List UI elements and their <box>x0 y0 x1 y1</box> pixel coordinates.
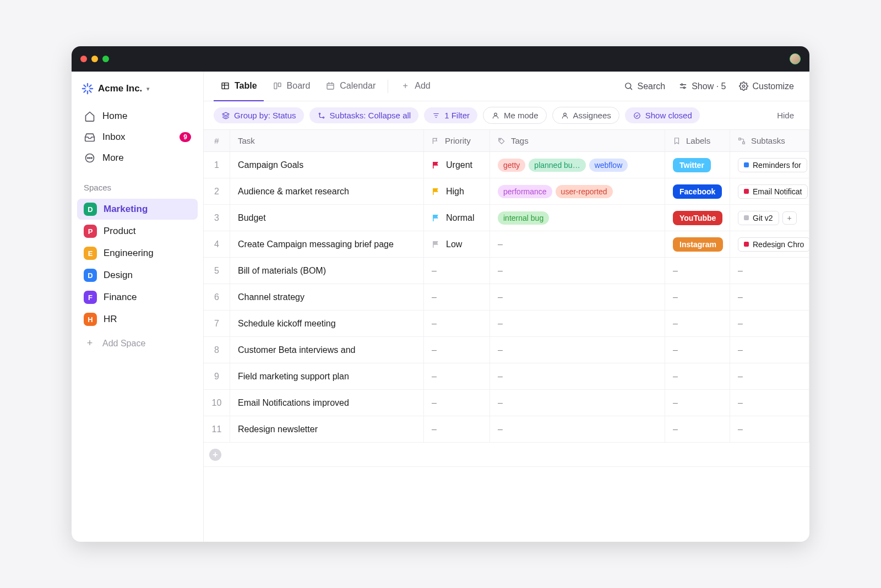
cell-label[interactable]: Facebook <box>665 178 730 204</box>
subtask-chip[interactable]: Reminders for <box>738 158 807 172</box>
cell-subtask[interactable]: – <box>730 416 809 442</box>
tag-chip[interactable]: webflow <box>589 159 628 172</box>
cell-priority[interactable]: – <box>424 416 490 442</box>
customize-button[interactable]: Customize <box>733 78 800 95</box>
show-closed-pill[interactable]: Show closed <box>625 107 700 123</box>
cell-task[interactable]: Field marketing support plan <box>230 363 424 389</box>
add-view-button[interactable]: + Add <box>394 72 437 101</box>
label-pill[interactable]: Facebook <box>673 184 722 199</box>
cell-tags[interactable]: – <box>490 390 665 416</box>
cell-tags[interactable]: – <box>490 363 665 389</box>
add-subtask[interactable]: + <box>782 211 797 225</box>
cell-priority[interactable]: High <box>424 178 490 204</box>
table-row[interactable]: 8 Customer Beta interviews and – – – – <box>204 337 809 363</box>
workspace-switcher[interactable]: Acme Inc. ▾ <box>72 78 203 104</box>
minimize-window[interactable] <box>91 56 98 62</box>
nav-more[interactable]: More <box>77 148 198 168</box>
cell-task[interactable]: Channel strategy <box>230 284 424 310</box>
subtask-chip[interactable]: Email Notificat <box>738 184 808 199</box>
label-pill[interactable]: Instagram <box>673 237 723 252</box>
filter-pill[interactable]: 1 Filter <box>424 107 477 123</box>
space-item-marketing[interactable]: DMarketing <box>77 199 198 220</box>
cell-tags[interactable]: – <box>490 337 665 363</box>
tag-chip[interactable]: user-reported <box>556 185 613 198</box>
cell-priority[interactable]: – <box>424 390 490 416</box>
cell-task[interactable]: Campaign Goals <box>230 152 424 178</box>
cell-task[interactable]: Create Campaign messaging brief page <box>230 231 424 257</box>
cell-subtask[interactable]: – <box>730 258 809 284</box>
cell-task[interactable]: Bill of materials (BOM) <box>230 258 424 284</box>
assignees-pill[interactable]: Assignees <box>552 107 619 124</box>
cell-subtask[interactable]: – <box>730 337 809 363</box>
add-space-button[interactable]: + Add Space <box>72 333 203 353</box>
tag-chip[interactable]: getty <box>498 159 525 172</box>
cell-tags[interactable]: – <box>490 416 665 442</box>
cell-priority[interactable]: Normal <box>424 205 490 231</box>
table-row[interactable]: 4 Create Campaign messaging brief page L… <box>204 231 809 258</box>
close-window[interactable] <box>80 56 87 62</box>
cell-priority[interactable]: – <box>424 258 490 284</box>
cell-tags[interactable]: – <box>490 311 665 336</box>
col-priority[interactable]: Priority <box>424 130 490 151</box>
cell-label[interactable]: – <box>665 284 730 310</box>
view-tab-table[interactable]: Table <box>214 72 264 101</box>
tag-chip[interactable]: internal bug <box>498 211 549 225</box>
cell-subtask[interactable]: Git v2+ <box>730 205 809 231</box>
space-item-design[interactable]: DDesign <box>77 265 198 286</box>
col-task[interactable]: Task <box>230 130 424 151</box>
cell-tags[interactable]: – <box>490 231 665 257</box>
table-row[interactable]: 9 Field marketing support plan – – – – <box>204 363 809 390</box>
cell-priority[interactable]: Low <box>424 231 490 257</box>
cell-subtask[interactable]: Reminders for <box>730 152 809 178</box>
cell-task[interactable]: Budget <box>230 205 424 231</box>
subtask-chip[interactable]: Redesign Chro <box>738 237 809 252</box>
cell-label[interactable]: – <box>665 390 730 416</box>
space-item-product[interactable]: PProduct <box>77 221 198 242</box>
cell-label[interactable]: YouTubbe <box>665 205 730 231</box>
tag-chip[interactable]: performance <box>498 185 552 198</box>
cell-task[interactable]: Redesign newsletter <box>230 416 424 442</box>
label-pill[interactable]: Twitter <box>673 158 711 172</box>
view-tab-calendar[interactable]: Calendar <box>319 72 382 101</box>
table-row[interactable]: 7 Schedule kickoff meeting – – – – <box>204 311 809 337</box>
cell-tags[interactable]: internal bug <box>490 205 665 231</box>
cell-subtask[interactable]: – <box>730 390 809 416</box>
table-row[interactable]: 3 Budget Normal internal bug YouTubbe Gi… <box>204 205 809 231</box>
view-tab-board[interactable]: Board <box>266 72 317 101</box>
cell-label[interactable]: Instagram <box>665 231 730 257</box>
show-button[interactable]: Show · 5 <box>673 78 731 95</box>
table-row[interactable]: 2 Audience & market research High perfor… <box>204 178 809 205</box>
nav-inbox[interactable]: Inbox 9 <box>77 127 198 148</box>
cell-label[interactable]: – <box>665 258 730 284</box>
cell-subtask[interactable]: Email Notificat <box>730 178 809 204</box>
cell-task[interactable]: Schedule kickoff meeting <box>230 311 424 336</box>
user-avatar[interactable] <box>790 53 801 64</box>
table-row[interactable]: 1 Campaign Goals Urgent gettyplanned bu…… <box>204 152 809 178</box>
cell-priority[interactable]: – <box>424 284 490 310</box>
cell-task[interactable]: Customer Beta interviews and <box>230 337 424 363</box>
hide-button[interactable]: Hide <box>771 107 800 123</box>
col-labels[interactable]: Labels <box>665 130 730 151</box>
cell-label[interactable]: Twitter <box>665 152 730 178</box>
cell-priority[interactable]: – <box>424 337 490 363</box>
me-mode-pill[interactable]: Me mode <box>483 107 547 124</box>
label-pill[interactable]: YouTubbe <box>673 211 722 225</box>
search-button[interactable]: Search <box>618 78 671 95</box>
cell-subtask[interactable]: – <box>730 311 809 336</box>
cell-subtask[interactable]: – <box>730 363 809 389</box>
cell-priority[interactable]: – <box>424 363 490 389</box>
cell-label[interactable]: – <box>665 363 730 389</box>
cell-subtask[interactable]: – <box>730 284 809 310</box>
table-row[interactable]: 5 Bill of materials (BOM) – – – – <box>204 258 809 284</box>
table-row[interactable]: 11 Redesign newsletter – – – – <box>204 416 809 443</box>
col-num[interactable]: # <box>204 130 230 151</box>
space-item-engineering[interactable]: EEngineering <box>77 243 198 264</box>
add-task-row[interactable]: + <box>204 443 809 467</box>
cell-tags[interactable]: – <box>490 258 665 284</box>
nav-home[interactable]: Home <box>77 106 198 127</box>
cell-subtask[interactable]: Redesign Chro <box>730 231 809 257</box>
tag-chip[interactable]: planned bu… <box>529 159 585 172</box>
cell-label[interactable]: – <box>665 337 730 363</box>
table-row[interactable]: 10 Email Notifications improved – – – – <box>204 390 809 416</box>
subtask-chip[interactable]: Git v2 <box>738 211 779 225</box>
